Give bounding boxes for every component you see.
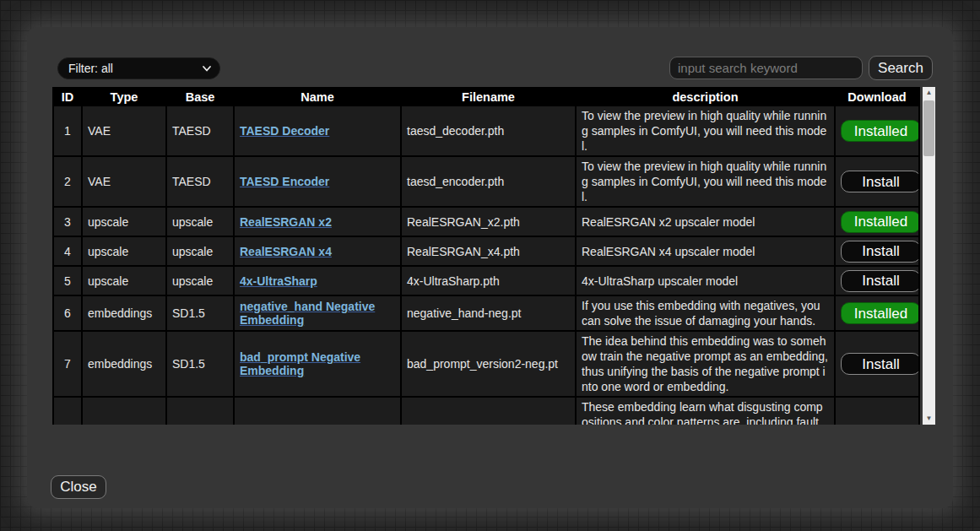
close-button[interactable]: Close <box>51 475 106 499</box>
table-row: 2 VAE TAESD TAESD Encoder taesd_encoder.… <box>54 157 918 206</box>
table-header-row: ID Type Base Name Filename description D… <box>54 89 918 105</box>
cell-description: These embedding learn what disgusting co… <box>577 398 834 425</box>
table-row: 1 VAE TAESD TAESD Decoder taesd_decoder.… <box>54 106 918 155</box>
column-header-id: ID <box>54 89 81 105</box>
cell-filename: RealESRGAN_x4.pth <box>402 237 575 265</box>
cell-filename: 4x-UltraSharp.pth <box>402 267 575 295</box>
table-row: 4 upscale upscale RealESRGAN x4 RealESRG… <box>54 237 918 265</box>
cell-id: 5 <box>54 267 81 295</box>
cell-id: 4 <box>54 237 81 265</box>
models-table: ID Type Base Name Filename description D… <box>52 87 922 425</box>
column-header-name: Name <box>235 89 400 105</box>
column-header-base: Base <box>167 89 233 105</box>
download-button[interactable]: Install <box>841 241 918 263</box>
cell-filename: RealESRGAN_x2.pth <box>402 208 575 236</box>
table-row: 6 embeddings SD1.5 negative_hand Negativ… <box>54 296 918 330</box>
cell-type: embeddings <box>83 296 165 330</box>
cell-type: VAE <box>83 157 165 206</box>
model-name-link[interactable]: negative_hand Negative Embedding <box>240 300 375 327</box>
table-row: 5 upscale upscale 4x-UltraSharp 4x-Ultra… <box>54 267 918 295</box>
model-name-link[interactable]: 4x-UltraSharp <box>240 274 317 288</box>
download-button[interactable]: Installed <box>841 302 918 324</box>
install-models-dialog: Filter: all Search ID Type Base Name Fil… <box>27 27 953 508</box>
cell-description: To view the preview in high quality whil… <box>577 157 834 206</box>
cell-description: 4x-UltraSharp upscaler model <box>577 267 834 295</box>
cell-id: 6 <box>54 296 81 330</box>
cell-base: SD1.5 <box>167 296 233 330</box>
scrollbar-up-arrow-icon[interactable]: ▲ <box>923 87 935 99</box>
cell-base: upscale <box>167 267 233 295</box>
scrollbar-thumb[interactable] <box>923 100 934 156</box>
cell-filename: negative_hand-neg.pt <box>402 296 575 330</box>
cell-description: To view the preview in high quality whil… <box>577 106 834 155</box>
cell-filename: taesd_decoder.pth <box>402 106 575 155</box>
download-button[interactable]: Installed <box>841 211 918 233</box>
filter-select[interactable]: Filter: all <box>57 57 220 79</box>
cell-base: TAESD <box>167 157 233 206</box>
cell-type: embeddings <box>83 332 165 396</box>
cell-id <box>54 398 81 425</box>
column-header-type: Type <box>83 89 165 105</box>
cell-description: RealESRGAN x4 upscaler model <box>577 237 834 265</box>
model-name-link[interactable]: bad_prompt Negative Embedding <box>240 350 360 377</box>
model-name-link[interactable]: TAESD Encoder <box>240 175 329 188</box>
cell-filename <box>402 398 575 425</box>
cell-description: RealESRGAN x2 upscaler model <box>577 208 834 236</box>
cell-base: upscale <box>167 208 233 236</box>
column-header-filename: Filename <box>402 89 575 105</box>
cell-id: 2 <box>54 157 81 206</box>
column-header-description: description <box>577 89 834 105</box>
cell-base: upscale <box>167 237 233 265</box>
download-button[interactable]: Install <box>841 171 918 192</box>
model-name-link[interactable]: RealESRGAN x2 <box>240 215 332 229</box>
table-body: 1 VAE TAESD TAESD Decoder taesd_decoder.… <box>54 106 918 425</box>
cell-base <box>167 398 233 425</box>
cell-base: SD1.5 <box>167 332 233 396</box>
filter-select-value: Filter: all <box>68 62 113 75</box>
cell-type: upscale <box>83 267 165 295</box>
cell-filename: bad_prompt_version2-neg.pt <box>402 332 575 396</box>
cell-type: upscale <box>83 208 165 236</box>
search-input[interactable] <box>669 57 863 79</box>
table-scrollbar[interactable]: ▲ ▼ <box>923 87 935 425</box>
cell-type <box>83 398 165 425</box>
cell-id: 1 <box>54 106 81 155</box>
cell-type: upscale <box>83 237 165 265</box>
search-button[interactable]: Search <box>869 56 933 80</box>
cell-description: The idea behind this embedding was to so… <box>577 332 834 396</box>
cell-filename: taesd_encoder.pth <box>402 157 575 206</box>
model-name-link[interactable]: RealESRGAN x4 <box>240 245 332 258</box>
cell-description: If you use this embedding with negatives… <box>577 296 834 330</box>
table-row: These embedding learn what disgusting co… <box>54 398 918 425</box>
cell-type: VAE <box>83 106 165 155</box>
cell-id: 3 <box>54 208 81 236</box>
model-name-link[interactable]: TAESD Decoder <box>240 124 329 138</box>
column-header-download: Download <box>836 89 918 105</box>
download-button[interactable]: Install <box>841 353 918 375</box>
download-button[interactable]: Install <box>841 270 918 292</box>
cell-id: 7 <box>54 332 81 396</box>
table-row: 3 upscale upscale RealESRGAN x2 RealESRG… <box>54 208 918 236</box>
cell-base: TAESD <box>167 106 233 155</box>
scrollbar-down-arrow-icon[interactable]: ▼ <box>923 413 935 425</box>
table-row: 7 embeddings SD1.5 bad_prompt Negative E… <box>54 332 918 396</box>
download-button[interactable]: Installed <box>841 120 918 142</box>
